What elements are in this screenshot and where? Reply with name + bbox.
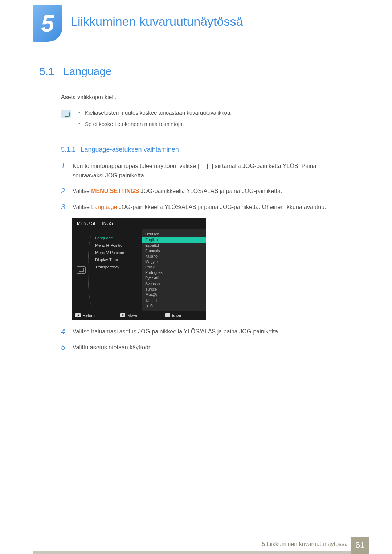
return-icon: ◄: [75, 313, 81, 317]
section-heading: 5.1 Language: [39, 65, 337, 78]
osd-menu-label: Transparency: [95, 265, 119, 269]
colon-icon: :: [138, 251, 139, 255]
step-3: 3 Valitse Language JOG-painikkeella YLÖS…: [61, 202, 337, 212]
osd-lang-option: Polski: [142, 264, 206, 270]
menu-grid-icon: [200, 164, 211, 169]
osd-lang-option: 日本語: [142, 292, 206, 297]
osd-menu-item: Menu H-Position:: [91, 242, 142, 249]
step-1: 1 Kun toimintonäppäinopas tulee näyttöön…: [61, 161, 337, 180]
step-text: JOG-painikkeella YLÖS/ALAS ja paina JOG-…: [139, 188, 282, 194]
osd-lang-option: Español: [142, 243, 206, 248]
colon-icon: :: [138, 258, 139, 262]
note-item: Se ei koske tietokoneen muita toimintoja…: [78, 121, 232, 127]
section-title: Language: [63, 65, 111, 77]
chapter-badge: 5: [33, 5, 62, 42]
colon-icon: :: [138, 243, 139, 247]
colon-icon: :: [138, 236, 139, 240]
osd-lang-option: Magyar: [142, 259, 206, 264]
note-block: Kieliasetusten muutos koskee ainoastaan …: [61, 110, 337, 132]
step-body: Valittu asetus otetaan käyttöön.: [73, 343, 337, 352]
osd-lang-option: Русский: [142, 275, 206, 281]
osd-lang-option: 汉语: [142, 303, 206, 308]
osd-footer-label: Enter: [172, 313, 181, 317]
osd-menu-item: Display Time:: [91, 256, 142, 263]
step-number: 3: [61, 202, 66, 211]
osd-footer-label: Return: [83, 313, 95, 317]
note-icon: [61, 110, 71, 118]
note-list: Kieliasetusten muutos koskee ainoastaan …: [78, 110, 232, 132]
osd-lang-option: Português: [142, 270, 206, 275]
step-body: Valitse MENU SETTINGS JOG-painikkeella Y…: [73, 186, 337, 196]
subsection-title: Language-asetuksen vaihtaminen: [81, 146, 179, 153]
enter-icon: ↵: [165, 313, 170, 317]
footer-text: 5 Liikkuminen kuvaruutunäytössä: [262, 541, 348, 547]
step-text: JOG-painikkeella YLÖS/ALAS ja paina JOG-…: [117, 204, 326, 210]
osd-menu-label: Menu H-Position: [95, 243, 124, 247]
step-body: Valitse haluamasi asetus JOG-painikkeell…: [73, 327, 337, 336]
osd-lang-option: Svenska: [142, 281, 206, 287]
section-intro: Aseta valikkojen kieli.: [61, 94, 337, 100]
osd-body: Language: Menu H-Position: Menu V-Positi…: [72, 229, 206, 311]
osd-footer: ◄Return Move ↵Enter: [72, 311, 206, 320]
osd-lang-option: 한국어: [142, 297, 206, 303]
osd-category-icon: [77, 266, 86, 274]
osd-menu-item: Transparency:: [91, 263, 142, 271]
step-highlight: Language: [91, 204, 117, 210]
page: 5 Liikkuminen kuvaruutunäytössä 5.1 Lang…: [0, 0, 392, 554]
step-text: Valitse: [73, 188, 91, 194]
step-number: 2: [61, 186, 66, 195]
osd-menu: Language: Menu H-Position: Menu V-Positi…: [91, 229, 142, 311]
osd-lang-option: Italiano: [142, 254, 206, 259]
osd-menu-label: Display Time: [95, 258, 118, 262]
osd-screenshot: MENU SETTINGS Language: Menu H-Position:…: [72, 218, 206, 320]
step-text: Kun toimintonäppäinopas tulee näyttöön, …: [73, 163, 199, 169]
move-icon: [120, 313, 125, 317]
steps-list-cont: 4 Valitse haluamasi asetus JOG-painikkee…: [61, 327, 337, 352]
osd-menu-label: Menu V-Position: [95, 250, 124, 255]
colon-icon: :: [138, 265, 139, 269]
osd-move-hint: Move: [117, 311, 161, 320]
steps-list: 1 Kun toimintonäppäinopas tulee näyttöön…: [61, 161, 337, 212]
step-highlight: MENU SETTINGS: [91, 188, 139, 194]
step-text: Valitse: [73, 204, 91, 210]
step-2: 2 Valitse MENU SETTINGS JOG-painikkeella…: [61, 186, 337, 196]
footer-bar: [33, 551, 369, 554]
osd-menu-item: Menu V-Position:: [91, 249, 142, 256]
subsection-heading: 5.1.1 Language-asetuksen vaihtaminen: [61, 146, 337, 153]
osd-enter-hint: ↵Enter: [162, 311, 206, 320]
osd-menu-label: Language: [95, 236, 113, 240]
section-number: 5.1: [39, 65, 54, 78]
step-body: Kun toimintonäppäinopas tulee näyttöön, …: [73, 161, 337, 180]
chapter-title: Liikkuminen kuvaruutunäytössä: [71, 15, 243, 29]
osd-menu-item: Language:: [91, 234, 142, 242]
step-4: 4 Valitse haluamasi asetus JOG-painikkee…: [61, 327, 337, 336]
step-number: 4: [61, 327, 66, 336]
osd-lang-option-selected: English: [142, 237, 206, 243]
step-number: 1: [61, 161, 66, 170]
osd-header: MENU SETTINGS: [72, 218, 206, 229]
step-number: 5: [61, 343, 66, 352]
osd-footer-label: Move: [127, 313, 137, 317]
step-body: Valitse Language JOG-painikkeella YLÖS/A…: [73, 202, 337, 212]
step-5: 5 Valittu asetus otetaan käyttöön.: [61, 343, 337, 352]
osd-lang-option: Français: [142, 248, 206, 254]
content: 5.1 Language Aseta valikkojen kieli. Kie…: [39, 65, 337, 358]
osd-language-list: Deutsch English Español Français Italian…: [142, 229, 206, 311]
osd-lang-option: Türkçe: [142, 287, 206, 292]
page-footer: 5 Liikkuminen kuvaruutunäytössä 61: [0, 537, 392, 554]
page-number: 61: [351, 537, 369, 554]
subsection-number: 5.1.1: [61, 146, 75, 153]
note-item: Kieliasetusten muutos koskee ainoastaan …: [78, 110, 232, 116]
chapter-number: 5: [41, 10, 54, 37]
osd-return-hint: ◄Return: [72, 311, 117, 320]
osd-lang-option: Deutsch: [142, 231, 206, 237]
